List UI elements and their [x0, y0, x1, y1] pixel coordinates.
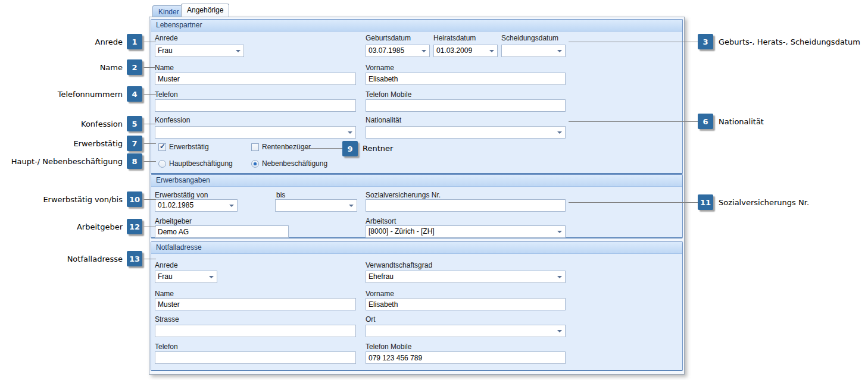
- anrede-value: Frau: [158, 46, 173, 55]
- callout-label-11: Sozialversicherungs Nr.: [719, 198, 809, 207]
- erwerbstaetig-von-select[interactable]: 01.02.1985: [155, 199, 238, 212]
- callout-badge-6: 6: [698, 114, 713, 129]
- notfall-anrede-value: Frau: [158, 272, 173, 281]
- tab-kinder[interactable]: Kinder: [152, 5, 185, 17]
- heiratsdatum-label: Heiratsdatum: [433, 34, 476, 42]
- callout-label-7: Erwerbstätig: [73, 139, 123, 148]
- erwerbstaetig-von-value: 01.02.1985: [158, 201, 193, 209]
- ort-label: Ort: [366, 315, 376, 324]
- callout-label-8: Haupt-/ Nebenbeschäftigung: [11, 157, 123, 166]
- tab-angehoerige[interactable]: Angehörige: [181, 4, 229, 17]
- telefon-mobile-label: Telefon Mobile: [366, 90, 411, 99]
- strasse-input[interactable]: [155, 325, 356, 337]
- callout-label-13: Notfalladresse: [67, 255, 123, 263]
- nebenbeschaeftigung-radio[interactable]: Nebenbeschäftigung: [251, 159, 327, 168]
- dropdown-arrow-icon: [421, 50, 426, 52]
- group-lebenspartner: Lebenspartner Anrede Frau Geburtsdatum 0…: [151, 19, 683, 174]
- anrede-select[interactable]: Frau: [155, 45, 244, 57]
- callout-line-1: [142, 42, 156, 42]
- nationalitaet-select[interactable]: [366, 126, 566, 139]
- verwandtschaftsgrad-label: Verwandtschaftsgrad: [366, 261, 432, 269]
- callout-label-5: Konfession: [81, 120, 123, 128]
- hauptbeschaeftigung-radio[interactable]: Hauptbeschäftigung: [158, 159, 233, 168]
- callout-line-2: [142, 67, 156, 68]
- erwerbstaetig-checkbox[interactable]: Erwerbstätig: [158, 143, 209, 151]
- callout-sozialversicherungs-nr: 11 Sozialversicherungs Nr.: [698, 194, 809, 210]
- group-notfalladresse: Notfalladresse Anrede Frau Verwandtschaf…: [151, 241, 683, 371]
- radio-unselected-icon: [158, 160, 166, 168]
- callout-label-9: Rentner: [363, 144, 393, 153]
- konfession-label: Konfession: [155, 116, 190, 124]
- heiratsdatum-select[interactable]: 01.03.2009: [433, 45, 498, 57]
- callout-nationalitaet: 6 Nationalität: [698, 114, 764, 129]
- verwandtschaftsgrad-value: Ehefrau: [369, 272, 394, 281]
- callout-label-12: Arbeitgeber: [77, 222, 123, 231]
- callout-label-3: Geburts-, Herats-, Scheidungsdatum: [719, 37, 860, 46]
- telefon-input[interactable]: [155, 99, 356, 112]
- callout-line-13: [142, 259, 156, 259]
- callout-badge-8: 8: [127, 153, 142, 169]
- callout-line-4: [142, 94, 156, 95]
- group-lebenspartner-title: Lebenspartner: [151, 20, 682, 32]
- sozialversicherungs-nr-input[interactable]: [366, 199, 566, 212]
- callout-badge-1: 1: [127, 34, 142, 49]
- strasse-label: Strasse: [155, 315, 179, 324]
- arbeitgeber-label: Arbeitgeber: [155, 217, 192, 225]
- scheidungsdatum-select[interactable]: [501, 45, 566, 57]
- dropdown-arrow-icon: [557, 330, 562, 332]
- radio-selected-icon: [251, 160, 259, 168]
- callout-arbeitgeber: Arbeitgeber 12: [0, 219, 142, 234]
- nebenbeschaeftigung-radio-label: Nebenbeschäftigung: [262, 159, 327, 168]
- anrede-label: Anrede: [155, 34, 178, 42]
- verwandtschaftsgrad-select[interactable]: Ehefrau: [366, 271, 566, 283]
- callout-datum: 3 Geburts-, Herats-, Scheidungsdatum: [698, 34, 860, 49]
- dropdown-arrow-icon: [557, 131, 562, 134]
- callout-line-7: [142, 143, 156, 144]
- callout-badge-11: 11: [698, 194, 713, 210]
- sozialversicherungs-nr-label: Sozialversicherungs Nr.: [366, 191, 441, 199]
- rentenbezueger-checkbox[interactable]: Rentenbezüger: [251, 143, 311, 151]
- callout-badge-2: 2: [127, 59, 142, 75]
- geburtsdatum-select[interactable]: 03.07.1985: [366, 45, 430, 57]
- ort-select[interactable]: [366, 325, 566, 337]
- callout-erwerbstaetig-von-bis: Erwerbstätig von/bis 10: [0, 191, 142, 207]
- callout-badge-9: 9: [342, 141, 358, 156]
- konfession-select[interactable]: [155, 126, 356, 139]
- notfall-vorname-input[interactable]: [366, 298, 566, 310]
- dropdown-arrow-icon: [209, 276, 214, 278]
- bis-select[interactable]: [275, 199, 357, 212]
- callout-line-10: [142, 199, 156, 200]
- callout-line-9: [301, 148, 342, 149]
- callout-label-2: Name: [100, 63, 123, 72]
- notfall-anrede-label: Anrede: [155, 261, 178, 269]
- vorname-input[interactable]: [366, 73, 566, 85]
- geburtsdatum-label: Geburtsdatum: [366, 34, 411, 42]
- arbeitsort-value: [8000] - Zürich - [ZH]: [369, 227, 435, 235]
- dropdown-arrow-icon: [349, 205, 354, 207]
- arbeitsort-select[interactable]: [8000] - Zürich - [ZH]: [366, 225, 566, 238]
- callout-anrede: Anrede 1: [0, 34, 142, 49]
- callout-haupt-nebenbeschaeftigung: Haupt-/ Nebenbeschäftigung 8: [0, 153, 142, 169]
- nationalitaet-label: Nationalität: [366, 116, 401, 124]
- group-erwerbsangaben-title: Erwerbsangaben: [151, 175, 682, 187]
- notfall-telefon-mobile-input[interactable]: [366, 351, 566, 364]
- callout-badge-4: 4: [127, 86, 142, 102]
- angehoerige-window: Kinder Angehörige Lebenspartner Anrede F…: [149, 2, 686, 375]
- dropdown-arrow-icon: [229, 205, 234, 207]
- callout-line-6: [569, 121, 698, 122]
- callout-line-3: [569, 42, 698, 42]
- hauptbeschaeftigung-radio-label: Hauptbeschäftigung: [169, 159, 233, 168]
- callout-line-12: [142, 227, 156, 227]
- group-erwerbsangaben: Erwerbsangaben Erwerbstätig von 01.02.19…: [151, 174, 683, 238]
- callout-badge-7: 7: [127, 136, 142, 151]
- name-input[interactable]: [155, 73, 356, 85]
- callout-line-8: [142, 161, 156, 162]
- arbeitgeber-input[interactable]: [155, 225, 289, 238]
- notfall-name-input[interactable]: [155, 298, 356, 310]
- notfall-anrede-select[interactable]: Frau: [155, 271, 217, 283]
- scheidungsdatum-label: Scheidungsdatum: [501, 34, 558, 42]
- telefon-mobile-input[interactable]: [366, 99, 566, 112]
- notfall-telefon-input[interactable]: [155, 351, 356, 364]
- callout-line-5: [142, 124, 156, 124]
- checkbox-unchecked-icon: [251, 143, 259, 151]
